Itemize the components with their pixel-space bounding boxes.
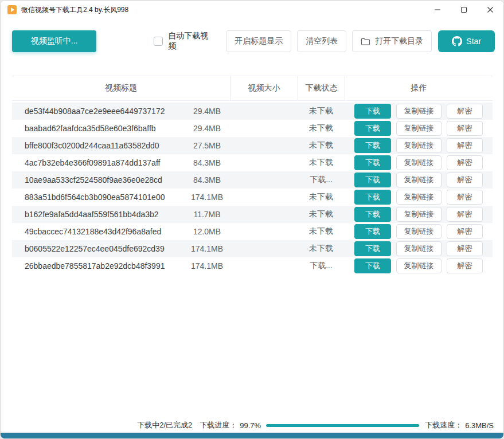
progress-label: 下载进度： (200, 420, 237, 430)
download-button[interactable]: 下载 (354, 121, 391, 136)
table-row: b162fe9afa5dd4aaf559f561bb4da3b2 11.7MB … (12, 206, 493, 223)
table-header: 视频标题 视频大小 下载状态 操作 (12, 76, 493, 101)
operations-cell: 下载 复制链接 解密 (345, 155, 493, 170)
speed-value: 6.3MB/S (465, 421, 494, 430)
close-icon (487, 6, 494, 13)
video-title-cell: 883a51bd6f564cb3b090ea5874101e00 (12, 193, 173, 202)
minimize-button[interactable] (424, 1, 451, 19)
auto-download-checkbox-group[interactable]: 自动下载视频 (154, 31, 214, 52)
copy-link-button[interactable]: 复制链接 (396, 173, 442, 187)
video-size-cell: 174.1MB (173, 244, 241, 253)
video-title-cell: 26bbaedbe7855817ab2e92dcb48f3991 (12, 261, 173, 271)
copy-link-button[interactable]: 复制链接 (396, 207, 442, 222)
operations-cell: 下载 复制链接 解密 (345, 104, 493, 119)
open-download-dir-label: 打开下载目录 (375, 36, 423, 46)
copy-link-button[interactable]: 复制链接 (396, 224, 442, 239)
download-button[interactable]: 下载 (354, 224, 391, 239)
progress-fill (266, 424, 419, 427)
decrypt-button[interactable]: 解密 (447, 241, 483, 256)
copy-link-button[interactable]: 复制链接 (396, 241, 442, 256)
download-status-cell: 未下载 (298, 209, 345, 220)
decrypt-button[interactable]: 解密 (447, 104, 483, 119)
operations-cell: 下载 复制链接 解密 (345, 207, 493, 222)
decrypt-button[interactable]: 解密 (447, 258, 483, 273)
decrypt-button[interactable]: 解密 (447, 155, 483, 170)
download-status-cell: 下载... (298, 175, 345, 185)
download-button[interactable]: 下载 (354, 241, 391, 256)
download-counts: 下载中2/已完成2 (137, 420, 192, 430)
open-download-dir-button[interactable]: 打开下载目录 (352, 30, 432, 52)
decrypt-button[interactable]: 解密 (447, 121, 483, 136)
copy-link-button[interactable]: 复制链接 (396, 190, 442, 205)
table-row: 26bbaedbe7855817ab2e92dcb48f3991 174.1MB… (12, 257, 493, 275)
decrypt-button[interactable]: 解密 (447, 207, 483, 222)
operations-cell: 下载 复制链接 解密 (345, 121, 493, 136)
header-video-size: 视频大小 (230, 76, 298, 100)
decrypt-button[interactable]: 解密 (447, 173, 483, 187)
table-row: de53f44b908aa7ce2e9eee6449737172 29.4MB … (12, 103, 493, 120)
download-status-cell: 未下载 (298, 226, 345, 237)
download-status-cell: 未下载 (298, 123, 345, 134)
download-button[interactable]: 下载 (354, 138, 391, 153)
copy-link-button[interactable]: 复制链接 (396, 121, 442, 136)
copy-link-button[interactable]: 复制链接 (396, 104, 442, 119)
titlebar: 微信视频号下载工具2.4 by.长风998 (1, 1, 503, 19)
copy-link-button[interactable]: 复制链接 (396, 138, 442, 153)
video-size-cell: 174.1MB (173, 193, 241, 202)
download-button[interactable]: 下载 (354, 207, 391, 222)
operations-cell: 下载 复制链接 解密 (345, 224, 493, 239)
download-status-cell: 未下载 (298, 106, 345, 116)
auto-download-checkbox[interactable] (154, 37, 163, 46)
operations-cell: 下载 复制链接 解密 (345, 190, 493, 205)
download-button[interactable]: 下载 (354, 104, 391, 119)
video-title-cell: de53f44b908aa7ce2e9eee6449737172 (12, 107, 173, 116)
copy-link-button[interactable]: 复制链接 (396, 155, 442, 170)
progress-bar (266, 424, 420, 427)
download-button[interactable]: 下载 (354, 173, 391, 187)
decrypt-button[interactable]: 解密 (447, 190, 483, 205)
download-status-cell: 未下载 (298, 244, 345, 254)
decrypt-button[interactable]: 解密 (447, 224, 483, 239)
video-size-cell: 11.7MB (173, 210, 241, 219)
header-video-title: 视频标题 (12, 76, 230, 100)
download-button[interactable]: 下载 (354, 190, 391, 205)
video-size-cell: 29.4MB (173, 124, 241, 133)
monitor-button[interactable]: 视频监听中... (12, 30, 96, 52)
video-size-cell: 29.4MB (173, 107, 241, 116)
speed-label: 下载速度： (425, 420, 462, 430)
statusbar: 下载中2/已完成2 下载进度： 99.7% 下载速度： 6.3MB/S (1, 420, 494, 430)
video-table: 视频标题 视频大小 下载状态 操作 de53f44b908aa7ce2e9eee… (12, 76, 493, 275)
title-display-button[interactable]: 开启标题显示 (226, 30, 291, 52)
toolbar: 视频监听中... 自动下载视频 开启标题显示 清空列表 打开下载目录 Star (1, 19, 503, 52)
table-body: de53f44b908aa7ce2e9eee6449737172 29.4MB … (12, 103, 493, 275)
download-button[interactable]: 下载 (354, 258, 391, 273)
clear-list-button[interactable]: 清空列表 (297, 30, 346, 52)
video-title-cell: 4ac7b32eb4e366f09891a874dd137aff (12, 158, 173, 167)
minimize-icon (434, 6, 441, 13)
download-status-cell: 未下载 (298, 192, 345, 202)
table-row: bffe800f3c0200d244caa11a63582dd0 27.5MB … (12, 137, 493, 154)
download-status-cell: 下载... (298, 261, 345, 271)
copy-link-button[interactable]: 复制链接 (396, 258, 442, 273)
decrypt-button[interactable]: 解密 (447, 138, 483, 153)
window-title: 微信视频号下载工具2.4 by.长风998 (21, 5, 128, 15)
download-status-cell: 未下载 (298, 140, 345, 151)
table-row: 883a51bd6f564cb3b090ea5874101e00 174.1MB… (12, 189, 493, 206)
github-star-button[interactable]: Star (438, 30, 495, 52)
table-row: 10ae9aa533cf2524580f9ae36e0e28cd 84.3MB … (12, 171, 493, 189)
operations-cell: 下载 复制链接 解密 (345, 138, 493, 153)
operations-cell: 下载 复制链接 解密 (345, 173, 493, 187)
progress-value: 99.7% (240, 421, 261, 430)
video-title-cell: 49cbaccec74132188e43d42f96a8afed (12, 227, 173, 236)
maximize-button[interactable] (451, 1, 477, 19)
close-button[interactable] (477, 1, 503, 19)
auto-download-label[interactable]: 自动下载视频 (168, 31, 214, 52)
table-row: 4ac7b32eb4e366f09891a874dd137aff 84.3MB … (12, 154, 493, 171)
app-icon (7, 5, 17, 14)
operations-cell: 下载 复制链接 解密 (345, 241, 493, 256)
github-star-label: Star (466, 37, 481, 46)
folder-icon (361, 37, 370, 46)
table-row: baabad62faafdca35d58e60e3f6baffb 29.4MB … (12, 120, 493, 137)
download-button[interactable]: 下载 (354, 155, 391, 170)
bottom-progress-bar (1, 433, 503, 438)
